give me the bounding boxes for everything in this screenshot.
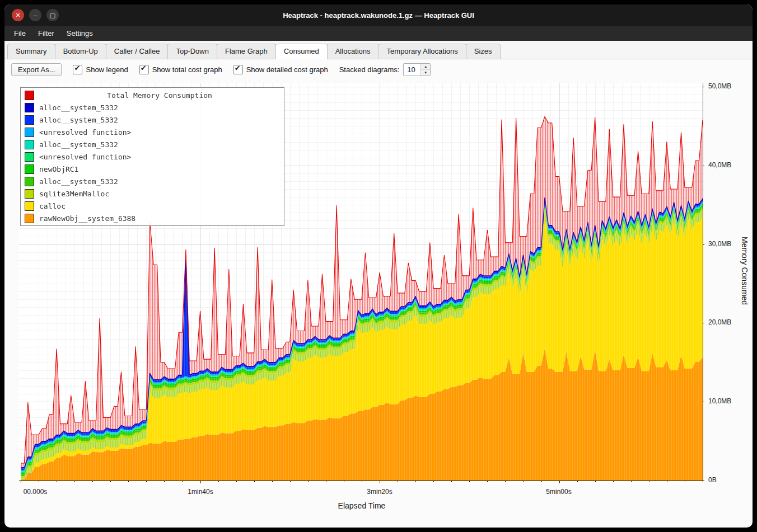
- checkbox-box: ✔: [139, 65, 149, 74]
- legend-label: alloc__system_5332: [39, 177, 118, 186]
- stacked-diagrams-label: Stacked diagrams:: [339, 65, 400, 74]
- legend-item: sqlite3MemMalloc: [21, 187, 284, 200]
- legend-label: alloc__system_5332: [39, 103, 118, 112]
- legend-label: <unresolved function>: [39, 128, 131, 136]
- legend-label: newObjRC1: [39, 165, 78, 173]
- show-detailed-cost-checkbox[interactable]: ✔ Show detailed cost graph: [233, 65, 328, 74]
- menu-settings[interactable]: Settings: [60, 26, 99, 41]
- legend-color-swatch: [25, 177, 34, 186]
- titlebar[interactable]: ✕ – ▢ Heaptrack - heaptrack.wakunode.1.g…: [4, 4, 753, 26]
- legend-item: alloc__system_5332: [21, 138, 284, 150]
- legend-label: rawNewObj__system_6388: [39, 214, 135, 223]
- x-tick-label: 00.000s: [24, 488, 48, 496]
- legend-color-swatch: [25, 128, 34, 137]
- legend-item: alloc__system_5332: [21, 101, 284, 114]
- legend-title-label: Total Memory Consumption: [39, 91, 280, 100]
- check-icon: ✔: [74, 64, 80, 72]
- legend-label: <unresolved function>: [39, 153, 131, 161]
- check-icon: ✔: [141, 64, 147, 72]
- maximize-button[interactable]: ▢: [46, 9, 59, 21]
- tab-flame-graph[interactable]: Flame Graph: [217, 44, 276, 59]
- checkbox-label: Show total cost graph: [152, 65, 222, 74]
- y-tick-label: 0B: [708, 476, 717, 484]
- menubar: File Filter Settings: [4, 26, 753, 41]
- legend-color-swatch: [25, 140, 34, 149]
- legend-item: newObjRC1: [21, 163, 284, 175]
- y-tick-label: 50,0MB: [708, 82, 731, 90]
- checkbox-box: ✔: [233, 65, 243, 74]
- minimize-icon: –: [34, 12, 37, 18]
- close-button[interactable]: ✕: [12, 9, 24, 21]
- legend-color-swatch: [25, 152, 34, 162]
- menu-file[interactable]: File: [8, 26, 32, 41]
- x-tick-label: 5min00s: [546, 488, 571, 496]
- window-title: Heaptrack - heaptrack.wakunode.1.gz — He…: [4, 11, 753, 20]
- y-axis-title: Memory Consumed: [740, 237, 749, 305]
- spinbox-value: 10: [404, 64, 420, 76]
- legend-color-swatch: [25, 214, 34, 223]
- maximize-icon: ▢: [50, 12, 55, 19]
- legend-color-swatch: [25, 91, 34, 100]
- legend-color-swatch: [25, 189, 34, 199]
- spin-down-button[interactable]: ▼: [421, 70, 430, 76]
- tab-summary[interactable]: Summary: [7, 44, 55, 59]
- close-icon: ✕: [15, 12, 20, 19]
- toolbar: Export As... ✔ Show legend ✔ Show total …: [4, 59, 753, 80]
- spin-up-button[interactable]: ▲: [421, 64, 430, 70]
- chart-area: Total Memory Consumption alloc__system_5…: [4, 80, 753, 522]
- legend-label: sqlite3MemMalloc: [39, 190, 109, 198]
- show-legend-checkbox[interactable]: ✔ Show legend: [73, 65, 128, 74]
- x-axis-title: Elapsed Time: [338, 501, 386, 510]
- y-tick-label: 30,0MB: [708, 240, 731, 248]
- tab-top-down[interactable]: Top-Down: [167, 44, 217, 59]
- tabbar: Summary Bottom-Up Caller / Callee Top-Do…: [4, 41, 753, 59]
- legend-color-swatch: [25, 115, 34, 125]
- legend-label: alloc__system_5332: [39, 140, 118, 149]
- tab-temporary-allocations[interactable]: Temporary Allocations: [378, 44, 466, 59]
- y-tick-label: 20,0MB: [708, 318, 731, 326]
- checkbox-box: ✔: [73, 65, 82, 74]
- legend-item: <unresolved function>: [21, 150, 284, 163]
- tab-caller-callee[interactable]: Caller / Callee: [106, 44, 169, 59]
- legend-item: alloc__system_5332: [21, 175, 284, 187]
- show-total-cost-checkbox[interactable]: ✔ Show total cost graph: [139, 65, 222, 74]
- window-controls: ✕ – ▢: [12, 9, 59, 21]
- stacked-diagrams-control: Stacked diagrams: 10 ▲ ▼: [339, 63, 431, 76]
- legend-label: alloc__system_5332: [39, 116, 118, 124]
- export-as-button[interactable]: Export As...: [11, 63, 62, 76]
- tab-allocations[interactable]: Allocations: [327, 44, 379, 59]
- tab-consumed[interactable]: Consumed: [275, 44, 328, 59]
- checkbox-label: Show legend: [86, 65, 128, 74]
- legend-color-swatch: [25, 201, 34, 211]
- checkbox-label: Show detailed cost graph: [246, 65, 328, 74]
- legend-color-swatch: [25, 103, 34, 112]
- menu-filter[interactable]: Filter: [32, 26, 60, 41]
- legend-item: calloc: [21, 200, 284, 212]
- app-window: ✕ – ▢ Heaptrack - heaptrack.wakunode.1.g…: [4, 4, 753, 528]
- legend-title-item: Total Memory Consumption: [21, 89, 284, 101]
- legend-item: alloc__system_5332: [21, 114, 284, 126]
- y-tick-label: 10,0MB: [708, 397, 731, 405]
- tab-sizes[interactable]: Sizes: [466, 44, 501, 59]
- x-tick-label: 1min40s: [188, 488, 213, 496]
- legend-item: <unresolved function>: [21, 126, 284, 138]
- legend-label: calloc: [39, 202, 66, 210]
- chart-legend: Total Memory Consumption alloc__system_5…: [20, 87, 284, 226]
- check-icon: ✔: [235, 64, 241, 72]
- legend-color-swatch: [25, 164, 34, 174]
- tab-bottom-up[interactable]: Bottom-Up: [55, 44, 106, 59]
- y-tick-label: 40,0MB: [708, 161, 731, 169]
- legend-item: rawNewObj__system_6388: [21, 212, 284, 224]
- stacked-diagrams-spinbox[interactable]: 10 ▲ ▼: [403, 63, 431, 76]
- minimize-button[interactable]: –: [29, 9, 41, 21]
- x-tick-label: 3min20s: [367, 488, 392, 496]
